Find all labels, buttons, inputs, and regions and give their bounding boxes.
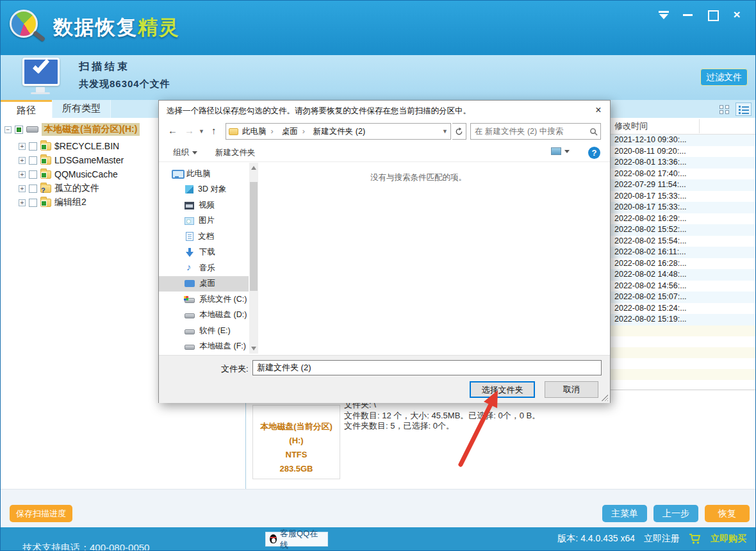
dialog-tree-scrollbar[interactable] (249, 163, 258, 354)
breadcrumb-this-pc[interactable]: 此电脑 (242, 126, 278, 137)
scrollbar-thumb[interactable] (250, 182, 258, 291)
item-checkbox[interactable] (29, 185, 37, 193)
dlg-tree-drive-e[interactable]: 软件 (E:) (159, 323, 249, 338)
expand-icon[interactable] (19, 185, 26, 192)
tab-all-types[interactable]: 所有类型 (52, 100, 111, 118)
grid-view-icon[interactable] (716, 103, 732, 116)
dlg-tree-drive-c[interactable]: 系统文件 (C:) (159, 292, 249, 307)
refresh-button[interactable] (452, 123, 466, 140)
dlg-tree-drive-f[interactable]: 本地磁盘 (F:) (159, 339, 249, 354)
folder-name-input[interactable] (252, 360, 602, 375)
dlg-tree-drive-d[interactable]: 本地磁盘 (D:) (159, 308, 249, 323)
dialog-close-icon[interactable]: × (592, 104, 605, 117)
tree-item-label: QQMusicCache (54, 169, 118, 179)
recover-button[interactable]: 恢复 (705, 505, 750, 522)
folder-icon (40, 199, 51, 207)
title-bar: 数据恢复精灵 × (1, 1, 755, 55)
disk-icon (26, 126, 38, 133)
app-window: 数据恢复精灵 × 扫描结束 共发现86304个文件 过滤文件 路径 所有类型 (0, 0, 756, 551)
skin-menu-icon[interactable] (657, 8, 671, 21)
search-input[interactable] (473, 126, 589, 136)
disk-size: 283.5GB (253, 462, 340, 476)
dlg-tree-this-pc[interactable]: 此电脑 (159, 166, 249, 181)
search-box[interactable] (470, 123, 601, 140)
3d-objects-icon (185, 185, 193, 193)
magnifier-pie-icon (10, 10, 45, 45)
expand-icon[interactable] (19, 171, 26, 178)
forward-icon[interactable]: → (185, 125, 194, 136)
dlg-tree-videos[interactable]: 视频 (159, 197, 249, 213)
dlg-tree-pictures[interactable]: 图片 (159, 213, 249, 229)
change-view-button[interactable] (551, 147, 570, 155)
no-items-message: 没有与搜索条件匹配的项。 (370, 172, 466, 183)
help-icon[interactable]: ? (588, 147, 600, 159)
buy-now-link[interactable]: 立即购买 (711, 533, 746, 545)
resize-grip[interactable] (602, 395, 608, 401)
new-folder-button[interactable]: 新建文件夹 (215, 147, 256, 158)
app-logo: 数据恢复精灵 (10, 10, 180, 45)
version-text: 版本: 4.4.0.435 x64 (557, 533, 635, 545)
status-bar: 技术支持电话：400-080-0050 客服QQ在线 版本: 4.4.0.435… (1, 527, 755, 551)
dialog-folder-tree: 此电脑 3D 对象 视频 图片 文档 下载 音乐 桌面 系统文件 (C:) 本地… (159, 163, 249, 354)
save-scan-progress-button[interactable]: 保存扫描进度 (10, 505, 72, 522)
list-view-icon[interactable] (735, 103, 752, 116)
dlg-tree-3d-objects[interactable]: 3D 对象 (159, 182, 249, 197)
scroll-up-icon[interactable] (251, 166, 256, 170)
select-folder-button[interactable]: 选择文件夹 (470, 381, 535, 398)
close-button[interactable]: × (730, 8, 744, 21)
previous-step-button[interactable]: 上一步 (653, 505, 698, 522)
expand-icon[interactable] (19, 157, 26, 164)
filter-files-button[interactable]: 过滤文件 (700, 69, 748, 86)
dlg-tree-music[interactable]: 音乐 (159, 260, 249, 276)
item-checkbox[interactable] (29, 199, 37, 207)
root-checkbox[interactable] (15, 126, 23, 134)
tree-root-label: 本地磁盘(当前分区)(H:) (42, 123, 140, 136)
column-modified-time[interactable]: 修改时间 (614, 120, 648, 132)
expand-icon[interactable] (19, 199, 26, 206)
dlg-tree-desktop[interactable]: 桌面 (159, 276, 249, 292)
cart-icon (689, 534, 702, 545)
disk-filesystem: NTFS (253, 448, 340, 462)
tab-path[interactable]: 路径 (1, 100, 52, 118)
selection-details-panel: 本地磁盘(当前分区)(H:) NTFS 283.5GB 文件夹: \ 文件数目:… (246, 390, 756, 489)
dlg-tree-documents[interactable]: 文档 (159, 229, 249, 244)
maximize-button[interactable] (705, 8, 719, 21)
item-checkbox[interactable] (29, 142, 37, 151)
music-icon (185, 263, 195, 272)
scan-status-title: 扫描结束 (79, 60, 130, 74)
collapse-icon[interactable] (4, 126, 12, 133)
app-title: 数据恢复精灵 (53, 14, 180, 41)
system-drive-icon (185, 298, 195, 303)
videos-icon (185, 202, 194, 210)
address-bar[interactable]: 此电脑 桌面 新建文件夹 (2) ▼ (226, 123, 451, 140)
qq-online-badge[interactable]: 客服QQ在线 (265, 532, 328, 547)
current-disk-box: 本地磁盘(当前分区)(H:) NTFS 283.5GB (252, 405, 340, 479)
main-menu-button[interactable]: 主菜单 (602, 505, 647, 522)
search-icon (589, 127, 598, 136)
item-checkbox[interactable] (29, 156, 37, 165)
breadcrumb-new-folder[interactable]: 新建文件夹 (2) (313, 126, 365, 137)
item-checkbox[interactable] (29, 170, 37, 179)
qq-penguin-icon (269, 534, 277, 545)
register-link[interactable]: 立即注册 (644, 533, 680, 545)
monitor-check-icon (22, 58, 60, 86)
minimize-button[interactable] (681, 8, 695, 21)
folder-name-label: 文件夹: (221, 363, 249, 375)
breadcrumb-desktop[interactable]: 桌面 (282, 126, 309, 137)
up-icon[interactable]: ↑ (211, 125, 217, 136)
details-folders-line: 文件夹数目: 5，已选择: 0个。 (344, 420, 454, 432)
folder-question-icon (40, 185, 51, 193)
back-icon[interactable]: ← (168, 125, 177, 136)
address-dropdown-icon[interactable]: ▼ (442, 128, 448, 135)
expand-icon[interactable] (19, 143, 26, 150)
desktop-icon (185, 279, 195, 288)
organize-button[interactable]: 组织 (173, 147, 197, 158)
scroll-down-icon[interactable] (251, 347, 256, 350)
scan-result-header: 扫描结束 共发现86304个文件 过滤文件 (1, 55, 755, 100)
folder-icon (40, 142, 51, 151)
history-dropdown-icon[interactable]: ▼ (199, 128, 204, 135)
dlg-tree-downloads[interactable]: 下载 (159, 245, 249, 260)
pictures-icon (185, 217, 194, 225)
chevron-down-icon (192, 151, 197, 154)
cancel-button[interactable]: 取消 (545, 381, 598, 398)
